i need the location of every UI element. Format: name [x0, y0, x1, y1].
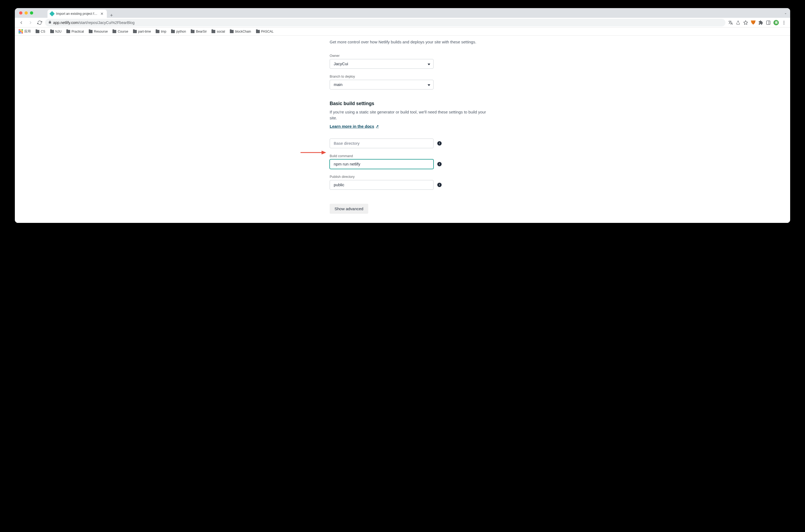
new-tab-button[interactable]: +	[110, 13, 113, 18]
back-button[interactable]	[18, 19, 25, 26]
folder-icon	[230, 30, 234, 33]
bookmark-folder[interactable]: PASCAL	[255, 29, 275, 34]
apps-icon	[19, 30, 23, 34]
branch-select[interactable]: main	[330, 80, 434, 90]
build-settings-description: If you're using a static site generator …	[330, 109, 486, 121]
url-text: app.netlify.com/start/repos/JacyCui%2Fbe…	[53, 20, 134, 25]
info-icon[interactable]: i	[437, 183, 442, 187]
apps-shortcut[interactable]: 应用	[18, 28, 32, 34]
build-settings-heading: Basic build settings	[330, 101, 486, 107]
learn-more-link[interactable]: Learn more in the docs ↗	[330, 124, 379, 129]
bookmark-folder[interactable]: Practical	[65, 29, 85, 34]
folder-icon	[171, 30, 175, 33]
branch-label: Branch to deploy	[330, 75, 486, 78]
folder-icon	[256, 30, 260, 33]
address-bar: app.netlify.com/start/repos/JacyCui%2Fbe…	[15, 18, 790, 27]
branch-field-group: Branch to deploy main	[330, 75, 486, 90]
share-icon[interactable]	[736, 20, 740, 25]
folder-icon	[50, 30, 54, 33]
url-bar[interactable]: app.netlify.com/start/repos/JacyCui%2Fbe…	[45, 19, 726, 26]
build-command-input[interactable]	[330, 159, 434, 169]
base-directory-group: i	[330, 138, 486, 148]
folder-icon	[155, 30, 160, 33]
publish-directory-label: Publish directory	[330, 175, 486, 179]
bookmarks-bar: 应用 CS NJU Practical Resourse Course part…	[15, 27, 790, 36]
menu-icon[interactable]	[782, 20, 786, 25]
folder-icon	[36, 30, 39, 33]
owner-select[interactable]: JacyCui	[330, 59, 434, 69]
owner-field-group: Owner JacyCui	[330, 54, 486, 69]
reload-button[interactable]	[36, 19, 43, 26]
user-avatar[interactable]: 崔	[773, 20, 779, 25]
extension-icons: 崔	[727, 20, 787, 25]
tabs-container: Import an existing project from ✕ +	[48, 8, 113, 18]
bookmark-folder[interactable]: python	[170, 29, 187, 34]
maximize-window-button[interactable]	[30, 11, 33, 15]
svg-point-3	[784, 22, 785, 23]
browser-tab[interactable]: Import an existing project from ✕	[48, 10, 107, 18]
build-command-label: Build command	[330, 154, 486, 158]
folder-icon	[66, 30, 70, 33]
extensions-icon[interactable]	[758, 20, 763, 25]
close-window-button[interactable]	[19, 11, 22, 15]
bookmark-folder[interactable]: Resourse	[88, 29, 109, 34]
svg-rect-0	[766, 21, 770, 24]
folder-icon	[112, 30, 116, 33]
page-content: Site settings for JacyCui/bearBlog Get m…	[15, 36, 790, 223]
minimize-window-button[interactable]	[24, 11, 28, 15]
svg-point-2	[784, 21, 785, 22]
bookmark-folder[interactable]: part-time	[132, 29, 152, 34]
publish-directory-input[interactable]	[330, 180, 434, 190]
publish-directory-group: Publish directory i	[330, 175, 486, 190]
page-heading: Site settings for JacyCui/bearBlog	[330, 36, 486, 36]
page-description: Get more control over how Netlify builds…	[330, 39, 486, 45]
sidepanel-icon[interactable]	[766, 20, 771, 25]
metamask-icon[interactable]	[751, 20, 756, 25]
show-advanced-button[interactable]: Show advanced	[330, 204, 368, 214]
bookmark-folder[interactable]: social	[211, 29, 226, 34]
info-icon[interactable]: i	[437, 162, 442, 166]
star-icon[interactable]	[743, 20, 748, 25]
info-icon[interactable]: i	[437, 141, 442, 146]
bookmark-folder[interactable]: BearSir	[190, 29, 208, 34]
svg-point-4	[784, 23, 785, 24]
forward-button[interactable]	[27, 19, 34, 26]
folder-icon	[191, 30, 195, 33]
folder-icon	[89, 30, 93, 33]
owner-label: Owner	[330, 54, 486, 58]
svg-marker-6	[322, 151, 326, 154]
tab-favicon-icon	[49, 11, 55, 16]
tab-bar: Import an existing project from ✕ + ⌄	[15, 8, 790, 18]
close-tab-icon[interactable]: ✕	[100, 12, 104, 16]
window-controls	[17, 11, 35, 15]
external-link-icon: ↗	[376, 124, 379, 128]
browser-window: Import an existing project from ✕ + ⌄ ap…	[15, 8, 790, 223]
translate-icon[interactable]	[728, 20, 733, 25]
bookmark-folder[interactable]: tmp	[154, 29, 167, 34]
lock-icon	[48, 20, 52, 25]
bookmark-folder[interactable]: blockChain	[229, 29, 252, 34]
tab-title: Import an existing project from	[56, 12, 98, 16]
bookmark-folder[interactable]: Course	[111, 29, 129, 34]
annotation-arrow-icon	[300, 150, 326, 156]
folder-icon	[212, 30, 215, 33]
folder-icon	[133, 30, 137, 33]
bookmark-folder[interactable]: NJU	[49, 29, 62, 34]
base-directory-input[interactable]	[330, 138, 434, 148]
bookmark-folder[interactable]: CS	[35, 29, 47, 34]
build-command-group: Build command i	[330, 154, 486, 169]
tab-list-chevron-icon[interactable]: ⌄	[784, 11, 787, 15]
